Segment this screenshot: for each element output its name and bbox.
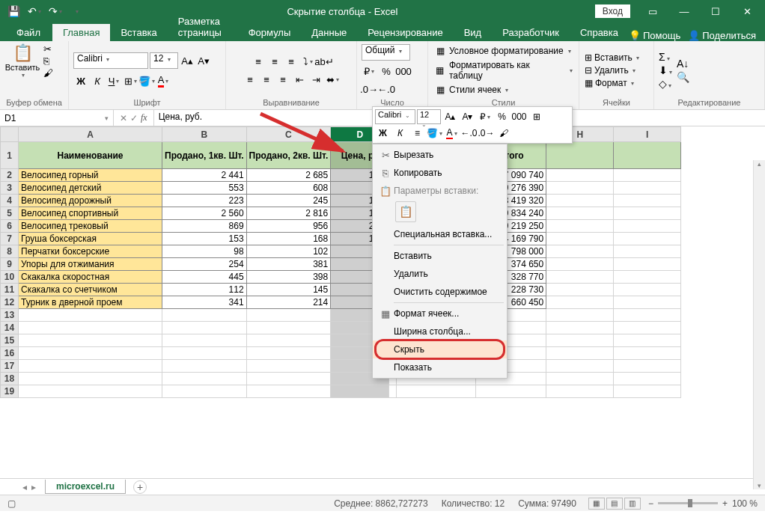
cm-delete[interactable]: Удалить [373,265,507,283]
autosum-icon[interactable]: Σ▾ [659,51,672,63]
minimize-icon[interactable]: — [669,0,699,22]
tab-review[interactable]: Рецензирование [357,24,453,41]
empty-cell[interactable] [162,373,247,385]
data-cell[interactable] [546,207,614,220]
row-header-14[interactable]: 14 [1,322,19,334]
grow-font-icon[interactable]: A▴ [180,53,195,68]
orientation-icon[interactable]: ⤵▾ [300,54,315,69]
data-cell[interactable]: 341 [162,296,247,309]
col-header-A[interactable]: A [19,127,162,142]
data-cell[interactable] [546,195,614,207]
data-cell[interactable]: 398 [246,271,331,284]
empty-cell[interactable] [476,385,546,398]
zoom-out-icon[interactable]: − [648,498,653,509]
data-cell[interactable]: Велосипед горный [19,169,162,182]
header-cell[interactable] [614,142,681,169]
data-cell[interactable] [614,296,681,309]
data-cell[interactable]: 381 [246,258,331,271]
data-cell[interactable]: Велосипед дорожный [19,195,162,207]
align-right-icon[interactable]: ≡ [275,72,290,87]
zoom-level[interactable]: 100 % [732,498,758,509]
mini-dec-decimal-icon[interactable]: ←.0 [461,126,477,141]
cm-show[interactable]: Показать [373,358,507,376]
format-as-table-button[interactable]: ▦Форматировать как таблицу▾ [433,59,574,82]
insert-function-icon[interactable]: fx [141,112,147,123]
align-middle-icon[interactable]: ≡ [267,54,282,69]
fill-icon[interactable]: ⬇▾ [659,64,672,76]
cm-hide[interactable]: Скрыть [373,340,507,358]
data-cell[interactable] [614,169,681,182]
view-page-break-icon[interactable]: ▥ [624,498,641,510]
mini-size-select[interactable]: 12 ⌄ [417,109,441,124]
empty-cell[interactable] [614,360,681,373]
empty-cell[interactable] [19,334,162,347]
underline-button[interactable]: Ч▾ [106,73,121,88]
mini-borders-icon[interactable]: ⊞ [528,109,544,124]
cm-format-cells[interactable]: ▦Формат ячеек... [373,305,507,322]
tab-help[interactable]: Справка [570,24,629,41]
format-cells-button[interactable]: ▦Формат▾ [584,77,635,89]
data-cell[interactable]: 608 [246,182,331,195]
data-cell[interactable]: Перчатки боксерские [19,245,162,258]
data-cell[interactable] [614,245,681,258]
data-cell[interactable] [614,284,681,296]
row-header-18[interactable]: 18 [1,373,19,385]
conditional-formatting-button[interactable]: ▦Условное форматирование▾ [433,44,573,58]
bold-button[interactable]: Ж [73,73,88,88]
row-header-12[interactable]: 12 [1,296,19,309]
empty-cell[interactable] [614,385,681,398]
data-cell[interactable]: Велосипед детский [19,182,162,195]
empty-cell[interactable] [614,322,681,334]
shrink-font-icon[interactable]: A▾ [196,53,211,68]
data-cell[interactable] [614,220,681,233]
data-cell[interactable] [546,284,614,296]
empty-cell[interactable] [614,334,681,347]
empty-cell[interactable] [246,347,331,360]
mini-font-select[interactable]: Calibri ⌄ [375,109,415,124]
data-cell[interactable] [546,220,614,233]
mini-align-icon[interactable]: ≡ [409,126,425,141]
data-cell[interactable]: Скакалка скоростная [19,271,162,284]
row-header-16[interactable]: 16 [1,347,19,360]
empty-cell[interactable] [246,322,331,334]
fill-color-icon[interactable]: 🪣▾ [139,73,154,88]
data-cell[interactable]: Упоры для отжимания [19,258,162,271]
empty-cell[interactable] [546,385,614,398]
maximize-icon[interactable]: ☐ [701,0,731,22]
tell-me-button[interactable]: 💡 Помощь [629,30,680,41]
empty-cell[interactable] [162,347,247,360]
cell-styles-button[interactable]: ▦Стили ячеек▾ [433,83,510,97]
empty-cell[interactable] [389,385,397,398]
col-header-C[interactable]: C [246,127,331,142]
share-button[interactable]: 👤 Поделиться [688,30,756,41]
select-all-corner[interactable] [1,127,19,142]
data-cell[interactable]: 2 560 [162,207,247,220]
comma-icon[interactable]: 000 [396,64,411,79]
borders-icon[interactable]: ⊞▾ [123,73,138,88]
mini-shrink-font-icon[interactable]: A▾ [460,109,475,124]
qat-custom-icon[interactable]: ▾ [67,2,85,20]
empty-cell[interactable] [246,334,331,347]
insert-cells-button[interactable]: ⊞Вставить▾ [584,52,640,64]
dec-decimal-icon[interactable]: ←.0 [379,82,394,97]
empty-cell[interactable] [614,373,681,385]
cm-insert[interactable]: Вставить [373,247,507,265]
empty-cell[interactable] [162,385,247,398]
data-cell[interactable] [614,271,681,284]
undo-icon[interactable]: ↶▾ [25,2,43,20]
view-page-layout-icon[interactable]: ▤ [606,498,623,510]
row-header-4[interactable]: 4 [1,195,19,207]
empty-cell[interactable] [19,360,162,373]
copy-icon[interactable]: ⎘ [43,55,53,67]
cm-copy[interactable]: ⎘Копировать [373,164,507,182]
empty-cell[interactable] [546,373,614,385]
empty-cell[interactable] [614,309,681,322]
vertical-scrollbar[interactable] [753,160,765,489]
currency-icon[interactable]: ₽▾ [362,64,377,79]
align-bottom-icon[interactable]: ≡ [284,54,299,69]
data-cell[interactable] [546,169,614,182]
mini-currency-icon[interactable]: ₽▾ [477,109,493,124]
data-cell[interactable]: Скакалка со счетчиком [19,284,162,296]
empty-cell[interactable] [162,309,247,322]
data-cell[interactable] [546,245,614,258]
